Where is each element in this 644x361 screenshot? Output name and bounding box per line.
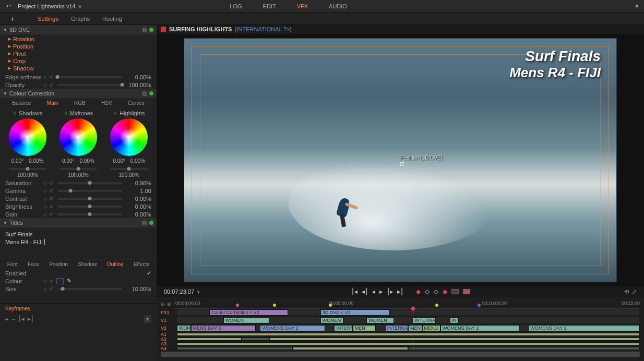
colour-wheel[interactable] [59, 118, 97, 156]
kf-remove-icon[interactable]: − [11, 316, 15, 322]
timeline-clip[interactable] [408, 347, 639, 350]
timeline-clip[interactable]: WOMEN [366, 317, 394, 323]
marker-icon[interactable]: ◇ [425, 288, 430, 295]
timeline-clip[interactable] [177, 333, 639, 336]
keyframe-toggle-icon[interactable]: ◇ [42, 279, 48, 284]
bars-icon[interactable]: ⫼ [113, 111, 117, 116]
keyframe-toggle-icon[interactable]: ◇ [42, 196, 48, 201]
keyframe-toggle-icon[interactable]: ◇ [42, 212, 48, 217]
tab-audio[interactable]: AUDIO [325, 1, 351, 11]
add-effect-button[interactable]: + [10, 15, 15, 23]
subtab-graphs[interactable]: Graphs [71, 16, 90, 22]
timeline-clip[interactable] [293, 347, 409, 350]
timeline-scrollbar[interactable] [161, 352, 640, 357]
step-back-icon[interactable]: ◂⎮ [362, 288, 368, 295]
slider[interactable] [57, 84, 122, 86]
tab-vfx[interactable]: VFX [293, 1, 312, 11]
title-text-editor[interactable]: Surf Finals Mens R4 - FIJI [0, 227, 157, 259]
timeline-clip[interactable] [177, 338, 242, 341]
timeline-clip[interactable]: INTERNA [385, 325, 408, 331]
keyframe-toggle-icon[interactable]: ◇ [42, 82, 48, 88]
subtab-settings[interactable]: Settings [38, 16, 58, 22]
kf-add-icon[interactable]: + [5, 316, 8, 322]
enable-dot[interactable] [149, 28, 153, 32]
title-tab-face[interactable]: Face [28, 261, 39, 267]
timeline-clip[interactable]: 3D DVE < V1 [320, 309, 390, 316]
slider[interactable] [57, 76, 122, 78]
colour-wheel[interactable] [9, 118, 46, 156]
title-tab-position[interactable]: Position [50, 261, 68, 267]
reset-icon[interactable]: ↺ [48, 279, 54, 284]
subtab-routing[interactable]: Routing [102, 16, 122, 22]
cc-tab-rgb[interactable]: RGB [74, 100, 86, 106]
reset-icon[interactable]: ↺ [48, 204, 54, 209]
play-back-icon[interactable]: ◂ [372, 288, 375, 295]
keyframe-toggle-icon[interactable]: ◇ [42, 286, 48, 292]
reset-icon[interactable]: ↺ [48, 75, 54, 80]
kf-next-icon[interactable]: ▸⎮ [28, 316, 34, 322]
close-icon[interactable]: × [629, 2, 644, 10]
timeline-clip[interactable] [269, 338, 639, 341]
timeline-ruler[interactable]: ⊖ ⊕ 00:00:00.0000:05:00.0000:10:00.0000:… [161, 299, 640, 309]
dve-prop-position[interactable]: ▶Position [0, 43, 157, 50]
title-tab-font[interactable]: Font [7, 261, 18, 267]
reset-icon[interactable]: ↺ [48, 82, 54, 88]
back-icon[interactable]: ↩ [3, 1, 14, 11]
track-lane[interactable]: WOMMENS DAY 3WOMENS DAY 2INTERNAMENINTER… [176, 324, 640, 332]
cc-tab-balance[interactable]: Balance [12, 100, 31, 106]
timeline-clip[interactable]: MEN [353, 325, 376, 331]
dve-prop-pivot[interactable]: ▶Pivot [0, 50, 157, 57]
keyframe-toggle-icon[interactable]: ◇ [42, 188, 48, 194]
dropdown-icon[interactable]: ▼ [78, 4, 82, 9]
timeline-clip[interactable]: WOM [177, 325, 191, 331]
timeline-marker[interactable] [329, 304, 332, 307]
zoom-in-icon[interactable]: ⊕ [167, 302, 171, 307]
mark-in-icon[interactable]: ◆ [416, 288, 421, 295]
colour-wheel[interactable] [110, 118, 148, 156]
colour-swatch[interactable] [56, 278, 64, 284]
bars-icon[interactable]: ⫼ [64, 111, 68, 116]
slider[interactable] [57, 213, 122, 215]
dve-prop-shadow[interactable]: ▶Shadow [0, 65, 157, 72]
timecode-display[interactable]: 00:07:23.07▼ [164, 288, 200, 295]
track-lane[interactable] [176, 342, 640, 346]
timeline-clip[interactable]: MEND [422, 325, 440, 331]
reset-icon[interactable]: ↺ [48, 180, 54, 186]
title-overlay[interactable]: Surf Finals Mens R4 - FIJI [509, 48, 601, 81]
link-icon[interactable]: ⛓ [142, 27, 147, 33]
timeline-clip[interactable]: INT [450, 317, 459, 323]
timeline-clip[interactable]: WOMENS DAY 2 [528, 325, 639, 331]
enable-dot[interactable] [149, 221, 153, 225]
keyframe-toggle-icon[interactable]: ◇ [42, 204, 48, 209]
title-tab-shadow[interactable]: Shadow [78, 261, 97, 267]
slider[interactable] [57, 182, 122, 184]
section-titles[interactable]: ▼ Titles ⛓ [0, 218, 157, 227]
wheel-slider[interactable] [59, 168, 97, 170]
track-lane[interactable]: WOMENWOMENWOMENINTERNAINT [176, 317, 640, 324]
dve-prop-crop[interactable]: ▶Crop [0, 57, 157, 65]
link-icon[interactable]: ⛓ [142, 220, 147, 226]
timeline-marker[interactable] [236, 304, 239, 307]
track-lane[interactable] [176, 337, 640, 341]
loop-icon[interactable]: ⟲ [624, 288, 629, 295]
project-title[interactable]: Project Lightworks v14▼ [14, 3, 87, 9]
dve-prop-rotation[interactable]: ▶Rotation [0, 35, 157, 43]
slider[interactable] [57, 198, 122, 200]
tab-log[interactable]: LOG [225, 1, 246, 11]
timeline-clip[interactable]: MEN [408, 325, 422, 331]
play-icon[interactable]: ▸ [379, 288, 383, 295]
title-tab-outline[interactable]: Outline [107, 261, 124, 267]
reset-icon[interactable]: ↺ [48, 196, 54, 201]
timeline-clip[interactable] [177, 342, 639, 345]
kf-menu-icon[interactable]: ▾ [144, 315, 151, 323]
timeline-clip[interactable]: WOMENS DAY 2 [440, 325, 519, 331]
cc-tab-main[interactable]: Main [47, 100, 58, 106]
tab-edit[interactable]: EDIT [259, 1, 280, 11]
cc-tab-curves[interactable]: Curves [128, 100, 145, 106]
keyframes-header[interactable]: Keyframes [0, 303, 157, 314]
keyframe-toggle-icon[interactable]: ◇ [42, 180, 48, 186]
timeline-clip[interactable]: WOMEN [320, 317, 343, 323]
zoom-out-icon[interactable]: ⊖ [161, 302, 165, 307]
timeline-clip[interactable]: INTERNA [334, 325, 352, 331]
reset-icon[interactable]: ↺ [48, 212, 54, 217]
